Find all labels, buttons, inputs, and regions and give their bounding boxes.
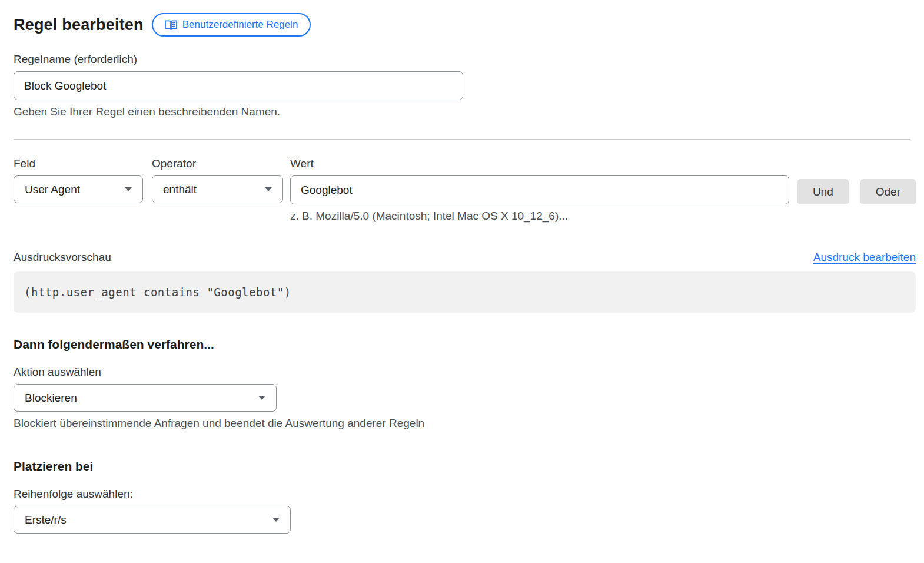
placement-label: Reihenfolge auswählen: xyxy=(14,488,916,501)
operator-column: Operator enthält xyxy=(152,157,283,203)
rule-name-section: Regelname (erforderlich) Geben Sie Ihrer… xyxy=(14,53,916,118)
rule-edit-page: Regel bearbeiten Benutzerdefinierte Rege… xyxy=(0,0,924,557)
chevron-down-icon xyxy=(258,396,265,400)
chevron-down-icon xyxy=(272,518,280,522)
expression-preview-label: Ausdrucksvorschau xyxy=(14,251,111,264)
page-title: Regel bearbeiten xyxy=(14,16,144,34)
value-input[interactable] xyxy=(290,175,789,204)
action-help: Blockiert übereinstimmende Anfragen und … xyxy=(14,417,916,430)
value-column: Wert z. B. Mozilla/5.0 (Macintosh; Intel… xyxy=(290,157,789,223)
field-column: Feld User Agent xyxy=(14,157,143,203)
action-select-value: Blockieren xyxy=(25,392,77,405)
rule-name-input[interactable] xyxy=(14,71,463,100)
operator-label: Operator xyxy=(152,157,283,170)
expression-preview-box: (http.user_agent contains "Googlebot") xyxy=(14,271,916,313)
order-select[interactable]: Erste/r/s xyxy=(14,506,291,534)
placement-section: Platzieren bei Reihenfolge auswählen: Er… xyxy=(14,459,916,534)
rule-name-help: Geben Sie Ihrer Regel einen beschreibend… xyxy=(14,105,916,118)
field-select[interactable]: User Agent xyxy=(14,175,143,203)
field-select-value: User Agent xyxy=(25,183,80,196)
open-book-icon xyxy=(165,19,177,31)
expression-header: Ausdrucksvorschau Ausdruck bearbeiten xyxy=(14,251,916,264)
chevron-down-icon xyxy=(125,187,132,191)
order-select-value: Erste/r/s xyxy=(25,514,67,526)
operator-select-value: enthält xyxy=(163,183,197,196)
condition-logic-buttons: Und Oder xyxy=(797,179,916,204)
custom-rules-badge-button[interactable]: Benutzerdefinierte Regeln xyxy=(152,13,311,37)
and-button[interactable]: Und xyxy=(797,179,849,204)
value-label: Wert xyxy=(290,157,789,170)
section-divider xyxy=(14,139,910,140)
chevron-down-icon xyxy=(265,187,272,191)
field-label: Feld xyxy=(14,157,143,170)
condition-row: Feld User Agent Operator enthält Wert z.… xyxy=(14,157,916,223)
value-help: z. B. Mozilla/5.0 (Macintosh; Intel Mac … xyxy=(290,210,789,223)
or-button[interactable]: Oder xyxy=(860,179,916,204)
edit-expression-link[interactable]: Ausdruck bearbeiten xyxy=(813,251,916,264)
placement-heading: Platzieren bei xyxy=(14,459,916,473)
rule-name-label: Regelname (erforderlich) xyxy=(14,53,916,66)
page-header: Regel bearbeiten Benutzerdefinierte Rege… xyxy=(14,13,916,37)
action-select[interactable]: Blockieren xyxy=(14,384,277,412)
action-label: Aktion auswählen xyxy=(14,366,916,379)
custom-rules-badge-label: Benutzerdefinierte Regeln xyxy=(182,19,298,31)
action-heading: Dann folgendermaßen verfahren... xyxy=(14,337,916,352)
operator-select[interactable]: enthält xyxy=(152,175,283,203)
action-section: Dann folgendermaßen verfahren... Aktion … xyxy=(14,337,916,430)
expression-code: (http.user_agent contains "Googlebot") xyxy=(24,286,291,299)
